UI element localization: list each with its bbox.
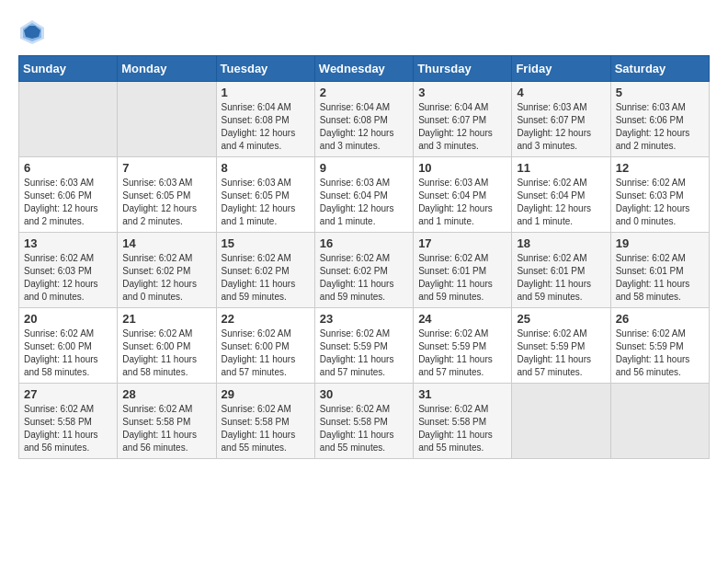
day-info: Sunrise: 6:02 AM Sunset: 6:04 PM Dayligh…	[517, 177, 605, 228]
day-info: Sunrise: 6:03 AM Sunset: 6:06 PM Dayligh…	[24, 177, 112, 228]
day-number: 25	[517, 312, 605, 326]
calendar-header: SundayMondayTuesdayWednesdayThursdayFrid…	[19, 56, 710, 82]
day-number: 8	[222, 161, 310, 175]
calendar-cell: 10Sunrise: 6:03 AM Sunset: 6:04 PM Dayli…	[414, 157, 512, 233]
day-info: Sunrise: 6:02 AM Sunset: 5:59 PM Dayligh…	[616, 327, 704, 379]
day-info: Sunrise: 6:02 AM Sunset: 5:58 PM Dayligh…	[24, 403, 112, 454]
header-day: Monday	[118, 56, 216, 82]
calendar-cell: 28Sunrise: 6:02 AM Sunset: 5:58 PM Dayli…	[118, 384, 216, 459]
day-number: 6	[24, 161, 112, 175]
day-info: Sunrise: 6:02 AM Sunset: 5:59 PM Dayligh…	[517, 327, 605, 379]
day-number: 2	[320, 86, 408, 99]
calendar-body: 1Sunrise: 6:04 AM Sunset: 6:08 PM Daylig…	[19, 82, 710, 459]
calendar-cell: 30Sunrise: 6:02 AM Sunset: 5:58 PM Dayli…	[314, 384, 413, 459]
page-header	[18, 18, 710, 46]
day-number: 14	[122, 236, 210, 250]
calendar-cell: 14Sunrise: 6:02 AM Sunset: 6:02 PM Dayli…	[118, 233, 216, 308]
calendar-cell: 7Sunrise: 6:03 AM Sunset: 6:05 PM Daylig…	[118, 157, 216, 233]
calendar-cell: 16Sunrise: 6:02 AM Sunset: 6:02 PM Dayli…	[314, 233, 413, 308]
calendar-cell: 5Sunrise: 6:03 AM Sunset: 6:06 PM Daylig…	[610, 82, 709, 157]
day-number: 17	[418, 236, 506, 250]
day-info: Sunrise: 6:03 AM Sunset: 6:04 PM Dayligh…	[320, 177, 408, 228]
day-info: Sunrise: 6:02 AM Sunset: 6:02 PM Dayligh…	[122, 252, 210, 304]
day-info: Sunrise: 6:02 AM Sunset: 5:59 PM Dayligh…	[418, 327, 506, 379]
day-number: 26	[616, 312, 704, 326]
calendar-cell: 12Sunrise: 6:02 AM Sunset: 6:03 PM Dayli…	[610, 157, 709, 233]
calendar-cell	[118, 82, 216, 157]
calendar-cell: 11Sunrise: 6:02 AM Sunset: 6:04 PM Dayli…	[512, 157, 610, 233]
day-number: 18	[517, 236, 605, 250]
day-number: 22	[222, 312, 310, 326]
calendar-cell: 13Sunrise: 6:02 AM Sunset: 6:03 PM Dayli…	[19, 233, 118, 308]
calendar-cell: 9Sunrise: 6:03 AM Sunset: 6:04 PM Daylig…	[314, 157, 413, 233]
logo	[18, 18, 50, 46]
day-info: Sunrise: 6:02 AM Sunset: 5:58 PM Dayligh…	[320, 403, 408, 454]
header-day: Thursday	[414, 56, 512, 82]
day-info: Sunrise: 6:03 AM Sunset: 6:07 PM Dayligh…	[517, 101, 605, 153]
header-row: SundayMondayTuesdayWednesdayThursdayFrid…	[19, 56, 710, 82]
calendar-cell	[512, 384, 610, 459]
day-number: 19	[616, 236, 704, 250]
day-info: Sunrise: 6:02 AM Sunset: 5:58 PM Dayligh…	[418, 403, 506, 454]
calendar-week-row: 27Sunrise: 6:02 AM Sunset: 5:58 PM Dayli…	[19, 384, 710, 459]
day-info: Sunrise: 6:03 AM Sunset: 6:06 PM Dayligh…	[616, 101, 704, 153]
calendar-week-row: 1Sunrise: 6:04 AM Sunset: 6:08 PM Daylig…	[19, 82, 710, 157]
header-day: Friday	[512, 56, 610, 82]
calendar-table: SundayMondayTuesdayWednesdayThursdayFrid…	[18, 55, 710, 459]
day-info: Sunrise: 6:02 AM Sunset: 6:02 PM Dayligh…	[222, 252, 310, 304]
calendar-cell: 19Sunrise: 6:02 AM Sunset: 6:01 PM Dayli…	[610, 233, 709, 308]
day-number: 28	[122, 387, 210, 401]
day-info: Sunrise: 6:02 AM Sunset: 6:03 PM Dayligh…	[24, 252, 112, 304]
day-info: Sunrise: 6:02 AM Sunset: 6:00 PM Dayligh…	[222, 327, 310, 379]
day-info: Sunrise: 6:02 AM Sunset: 5:58 PM Dayligh…	[222, 403, 310, 454]
calendar-week-row: 6Sunrise: 6:03 AM Sunset: 6:06 PM Daylig…	[19, 157, 710, 233]
day-info: Sunrise: 6:02 AM Sunset: 6:00 PM Dayligh…	[122, 327, 210, 379]
day-number: 9	[320, 161, 408, 175]
calendar-cell: 3Sunrise: 6:04 AM Sunset: 6:07 PM Daylig…	[414, 82, 512, 157]
day-info: Sunrise: 6:02 AM Sunset: 6:02 PM Dayligh…	[320, 252, 408, 304]
day-info: Sunrise: 6:04 AM Sunset: 6:07 PM Dayligh…	[418, 101, 506, 153]
calendar-cell: 21Sunrise: 6:02 AM Sunset: 6:00 PM Dayli…	[118, 308, 216, 384]
calendar-cell: 2Sunrise: 6:04 AM Sunset: 6:08 PM Daylig…	[314, 82, 413, 157]
day-number: 4	[517, 86, 605, 99]
calendar-cell: 29Sunrise: 6:02 AM Sunset: 5:58 PM Dayli…	[216, 384, 314, 459]
day-number: 21	[122, 312, 210, 326]
calendar-cell: 18Sunrise: 6:02 AM Sunset: 6:01 PM Dayli…	[512, 233, 610, 308]
day-number: 12	[616, 161, 704, 175]
calendar-cell: 4Sunrise: 6:03 AM Sunset: 6:07 PM Daylig…	[512, 82, 610, 157]
calendar-cell: 1Sunrise: 6:04 AM Sunset: 6:08 PM Daylig…	[216, 82, 314, 157]
day-number: 11	[517, 161, 605, 175]
calendar-week-row: 13Sunrise: 6:02 AM Sunset: 6:03 PM Dayli…	[19, 233, 710, 308]
day-info: Sunrise: 6:02 AM Sunset: 6:01 PM Dayligh…	[616, 252, 704, 304]
header-day: Tuesday	[216, 56, 314, 82]
day-number: 24	[418, 312, 506, 326]
calendar-cell	[19, 82, 118, 157]
calendar-cell: 17Sunrise: 6:02 AM Sunset: 6:01 PM Dayli…	[414, 233, 512, 308]
day-info: Sunrise: 6:04 AM Sunset: 6:08 PM Dayligh…	[320, 101, 408, 153]
calendar-week-row: 20Sunrise: 6:02 AM Sunset: 6:00 PM Dayli…	[19, 308, 710, 384]
day-number: 3	[418, 86, 506, 99]
calendar-cell: 6Sunrise: 6:03 AM Sunset: 6:06 PM Daylig…	[19, 157, 118, 233]
header-day: Saturday	[610, 56, 709, 82]
day-number: 13	[24, 236, 112, 250]
day-info: Sunrise: 6:02 AM Sunset: 5:59 PM Dayligh…	[320, 327, 408, 379]
day-number: 27	[24, 387, 112, 401]
day-info: Sunrise: 6:02 AM Sunset: 6:01 PM Dayligh…	[517, 252, 605, 304]
day-info: Sunrise: 6:02 AM Sunset: 6:03 PM Dayligh…	[616, 177, 704, 228]
day-number: 16	[320, 236, 408, 250]
calendar-cell: 31Sunrise: 6:02 AM Sunset: 5:58 PM Dayli…	[414, 384, 512, 459]
day-number: 31	[418, 387, 506, 401]
day-info: Sunrise: 6:04 AM Sunset: 6:08 PM Dayligh…	[222, 101, 310, 153]
day-number: 20	[24, 312, 112, 326]
header-day: Sunday	[19, 56, 118, 82]
day-number: 23	[320, 312, 408, 326]
day-number: 7	[122, 161, 210, 175]
day-number: 15	[222, 236, 310, 250]
day-number: 1	[222, 86, 310, 99]
calendar-cell: 27Sunrise: 6:02 AM Sunset: 5:58 PM Dayli…	[19, 384, 118, 459]
calendar-cell: 20Sunrise: 6:02 AM Sunset: 6:00 PM Dayli…	[19, 308, 118, 384]
day-number: 29	[222, 387, 310, 401]
day-number: 30	[320, 387, 408, 401]
calendar-cell: 15Sunrise: 6:02 AM Sunset: 6:02 PM Dayli…	[216, 233, 314, 308]
day-info: Sunrise: 6:03 AM Sunset: 6:05 PM Dayligh…	[222, 177, 310, 228]
